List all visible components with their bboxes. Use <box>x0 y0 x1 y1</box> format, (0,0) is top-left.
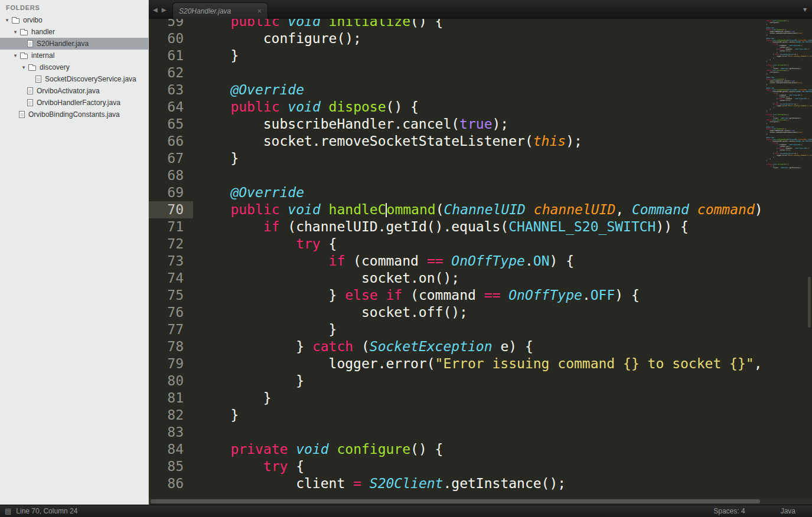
tab-nav-arrows: ◀ ▶ <box>153 0 166 19</box>
expand-triangle-icon[interactable]: ▾ <box>4 17 11 23</box>
tree-item-label: OrviboHandlerFactory.java <box>37 99 120 107</box>
tree-file-orviboactivator-java[interactable]: OrviboActivator.java <box>0 85 148 97</box>
code-line: } <box>193 150 239 167</box>
tree-item-label: OrviboActivator.java <box>37 87 100 95</box>
file-icon <box>19 111 25 118</box>
folders-header: FOLDERS <box>0 0 148 14</box>
line-number: 77 <box>149 321 193 338</box>
tree-file-orvibobindingconstants-java[interactable]: OrviboBindingConstants.java <box>0 109 148 120</box>
line-number: 75 <box>149 287 193 304</box>
line-number: 72 <box>149 235 193 253</box>
line-number: 60 <box>149 30 193 47</box>
tree-folder-orvibo[interactable]: ▾orvibo <box>0 14 148 26</box>
expand-triangle-icon[interactable]: ▾ <box>12 53 19 58</box>
code-line: } catch (SocketException e) { <box>193 338 533 355</box>
code-line: if (channelUID.getId().equals(CHANNEL_S2… <box>193 218 689 235</box>
line-number: 81 <box>149 390 193 407</box>
line-number: 73 <box>149 253 193 270</box>
tree-item-label: OrviboBindingConstants.java <box>28 110 120 119</box>
tree-folder-handler[interactable]: ▾handler <box>0 26 148 38</box>
tree-item-label: SocketDiscoveryService.java <box>45 75 136 83</box>
horizontal-scrollbar-thumb[interactable] <box>151 499 760 503</box>
line-number: 67 <box>149 150 193 167</box>
folder-icon <box>20 54 28 59</box>
minimap[interactable]: public void initialize() { configure(); … <box>762 19 812 499</box>
code-line: try { <box>193 458 304 475</box>
syntax-mode[interactable]: Java <box>781 507 795 515</box>
tree-file-orvibohandlerfactory-java[interactable]: OrviboHandlerFactory.java <box>0 97 148 109</box>
code-line: } <box>193 407 239 424</box>
code-line: client = S20Client.getInstance(); <box>193 475 566 492</box>
code-line: configure(); <box>193 30 361 47</box>
code-editor[interactable]: 59 public void initialize() {60 configur… <box>149 19 762 499</box>
line-number: 85 <box>149 458 193 475</box>
code-line <box>193 64 198 81</box>
tree-item-label: internal <box>31 51 54 60</box>
tree-folder-discovery[interactable]: ▾discovery <box>0 61 148 73</box>
file-icon <box>27 40 33 47</box>
code-line: } <box>193 372 304 390</box>
tab-close-icon[interactable]: × <box>257 6 262 15</box>
vertical-scrollbar-thumb[interactable] <box>808 277 811 328</box>
line-number: 82 <box>149 407 193 424</box>
tab-label: S20Handler.java <box>179 7 252 15</box>
code-line <box>193 424 198 441</box>
line-number: 66 <box>149 133 193 150</box>
horizontal-scrollbar <box>149 499 812 505</box>
line-number: 63 <box>149 81 193 99</box>
code-line: subscribeHandler.cancel(true); <box>193 116 508 133</box>
folder-icon <box>12 18 19 24</box>
code-line: public void dispose() { <box>193 99 419 116</box>
code-line: private void configure() { <box>193 441 443 458</box>
indentation-setting[interactable]: Spaces: 4 <box>713 507 745 515</box>
line-number: 68 <box>149 167 193 184</box>
line-number: 78 <box>149 338 193 355</box>
code-lines: 59 public void initialize() {60 configur… <box>149 19 762 492</box>
minimap-line: client = S20Client.getInstance(); <box>763 167 812 169</box>
tab-scroll-right-icon[interactable]: ▶ <box>162 6 167 13</box>
code-line: socket.off(); <box>193 304 468 321</box>
folder-tree: ▾orvibo▾handlerS20Handler.java▾internal▾… <box>0 14 148 120</box>
editor-pane: ◀ ▶ S20Handler.java × ▾ 59 public void i… <box>149 0 812 505</box>
file-icon <box>27 87 33 94</box>
code-line: } <box>193 47 239 64</box>
tree-item-label: orvibo <box>23 16 43 24</box>
tab-overflow-dropdown-icon[interactable]: ▾ <box>803 0 807 19</box>
line-number: 61 <box>149 47 193 64</box>
tree-file-s20handler-java[interactable]: S20Handler.java <box>0 38 148 50</box>
tree-folder-internal[interactable]: ▾internal <box>0 50 148 61</box>
tree-item-label: S20Handler.java <box>37 40 89 48</box>
minimap-content: public void initialize() { configure(); … <box>763 20 812 169</box>
line-number: 80 <box>149 372 193 390</box>
code-line: socket.on(); <box>193 270 459 287</box>
tree-file-socketdiscoveryservice-java[interactable]: SocketDiscoveryService.java <box>0 73 148 85</box>
tab-scroll-left-icon[interactable]: ◀ <box>153 6 158 13</box>
expand-triangle-icon[interactable]: ▾ <box>12 29 19 35</box>
code-line: socket.removeSocketStateListener(this); <box>193 133 582 150</box>
code-line: } <box>193 321 337 338</box>
code-line: logger.error("Error issuing command {} t… <box>193 355 762 372</box>
file-icon <box>35 76 41 83</box>
tab-bar: ◀ ▶ S20Handler.java × ▾ <box>149 0 812 19</box>
line-number: 86 <box>149 475 193 492</box>
cursor-position-label: Line 70, Column 24 <box>16 507 713 515</box>
status-menu-icon[interactable]: ▤ <box>5 507 11 515</box>
line-number: 76 <box>149 304 193 321</box>
line-number: 74 <box>149 270 193 287</box>
code-line: public void handleCommand(ChannelUID cha… <box>193 201 762 218</box>
tree-item-label: discovery <box>40 63 70 71</box>
line-number: 70 <box>149 201 193 218</box>
line-number: 59 <box>149 19 193 30</box>
line-number: 71 <box>149 218 193 235</box>
tab-s20handler[interactable]: S20Handler.java × <box>172 2 268 19</box>
editor-area: 59 public void initialize() {60 configur… <box>149 19 812 499</box>
line-number: 64 <box>149 99 193 116</box>
line-number: 84 <box>149 441 193 458</box>
code-line: try { <box>193 235 337 253</box>
code-line <box>193 167 198 184</box>
file-icon <box>27 99 33 106</box>
sidebar: FOLDERS ▾orvibo▾handlerS20Handler.java▾i… <box>0 0 149 505</box>
expand-triangle-icon[interactable]: ▾ <box>20 64 27 70</box>
code-line: if (command == OnOffType.ON) { <box>193 253 574 270</box>
line-number: 62 <box>149 64 193 81</box>
